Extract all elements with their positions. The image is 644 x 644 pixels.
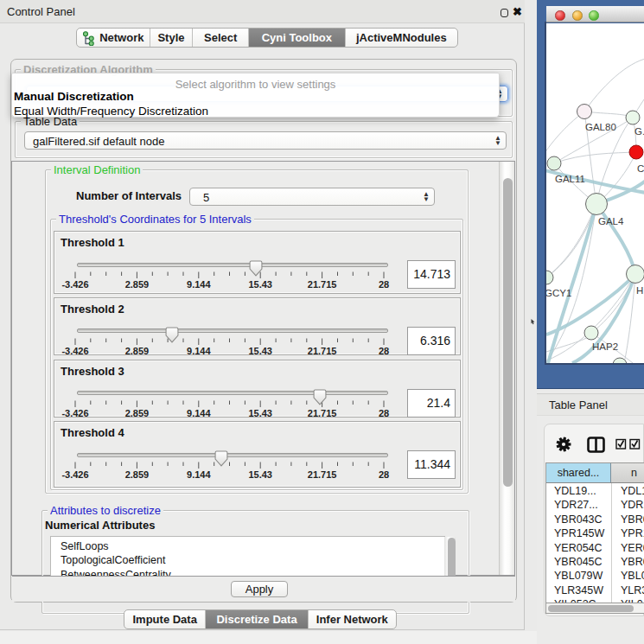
svg-text:GCY1: GCY1 — [546, 288, 571, 298]
svg-text:G.: G. — [634, 126, 644, 137]
svg-text:GAL80: GAL80 — [585, 122, 616, 132]
svg-text:H: H — [636, 285, 643, 296]
svg-text:GAL11: GAL11 — [555, 174, 585, 184]
svg-text:HAP2: HAP2 — [592, 341, 618, 352]
svg-text:GAL4: GAL4 — [598, 216, 624, 226]
svg-text:C: C — [637, 163, 644, 174]
